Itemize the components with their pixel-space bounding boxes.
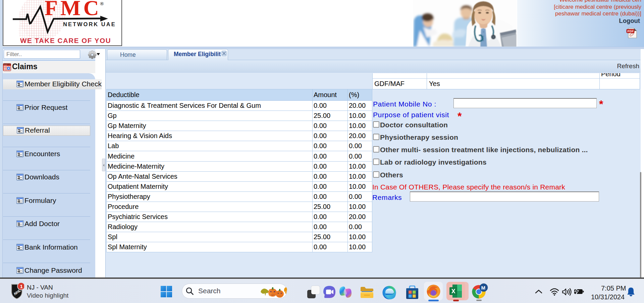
svg-text:FMC: FMC (45, 0, 102, 20)
svg-text:PDF: PDF (628, 30, 634, 33)
svg-text:M: M (481, 285, 486, 291)
svg-text:1: 1 (20, 284, 23, 289)
svg-text:NETWORK UAE: NETWORK UAE (63, 21, 116, 27)
svg-text:WE TAKE CARE OF YOU: WE TAKE CARE OF YOU (20, 37, 111, 44)
svg-text:®: ® (100, 1, 104, 6)
